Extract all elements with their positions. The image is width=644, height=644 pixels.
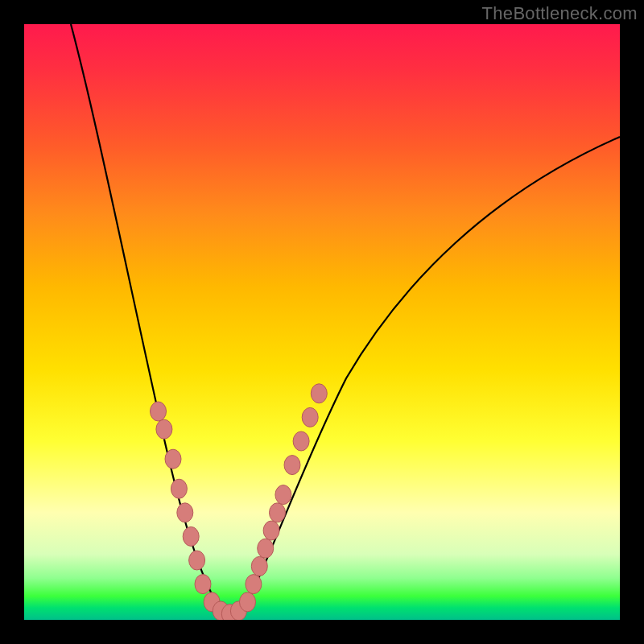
chart-stage: TheBottleneck.com <box>0 0 644 644</box>
marker-dot <box>311 384 327 403</box>
chart-svg <box>24 24 620 620</box>
marker-dot <box>302 407 318 427</box>
marker-dot <box>240 592 256 612</box>
marker-dot <box>275 485 291 505</box>
marker-dot <box>270 503 286 522</box>
curve-right <box>240 137 620 616</box>
marker-layer <box>151 384 328 620</box>
watermark-text: TheBottleneck.com <box>482 3 638 24</box>
plot-area <box>24 24 620 620</box>
marker-dot <box>171 479 187 498</box>
marker-dot <box>183 526 199 546</box>
marker-dot <box>177 503 193 522</box>
marker-dot <box>165 449 181 469</box>
curve-left <box>71 24 225 616</box>
marker-dot <box>189 551 205 570</box>
marker-dot <box>258 539 274 558</box>
marker-dot <box>251 556 267 576</box>
marker-dot <box>246 575 262 594</box>
marker-dot <box>156 419 172 439</box>
marker-dot <box>263 521 279 540</box>
marker-dot <box>151 402 167 421</box>
marker-dot <box>195 575 211 594</box>
marker-dot <box>293 431 309 451</box>
marker-dot <box>284 456 300 475</box>
